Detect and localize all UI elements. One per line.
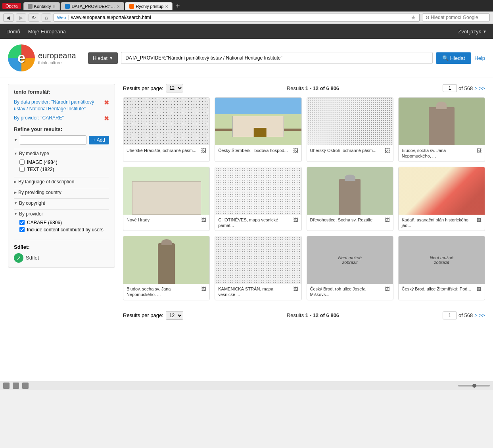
include-users-label: Include content contributed by users <box>27 227 104 233</box>
filter-link-2[interactable]: By provider: "CARARE" <box>14 115 102 121</box>
result-card-7[interactable]: Dřevohostice, Socha sv. Rozálie. 🖼 <box>307 167 393 231</box>
home-button[interactable]: ⌂ <box>42 13 51 22</box>
language-desc-label: By language of description <box>18 179 74 185</box>
result-card-12[interactable]: Není možnézobrazit Český Brod, ulice Žit… <box>398 236 485 300</box>
checkbox-image: IMAGE (4984) <box>19 160 109 165</box>
web-label: Web <box>57 15 69 20</box>
result-card-4[interactable]: Bludov, socha sv. Jana Nepomuckého, ... … <box>398 97 485 162</box>
results-range: 1 - 12 of 6 806 <box>305 85 339 91</box>
country-label: By providing country <box>18 190 61 195</box>
text-checkbox[interactable] <box>19 167 25 172</box>
search-type-label: Hledat <box>93 55 108 61</box>
nav-my-europeana[interactable]: Moje Europeana <box>28 29 66 35</box>
media-type-label: By media type <box>19 151 49 156</box>
include-users-checkbox[interactable] <box>19 227 25 232</box>
card-title-1: Uherské Hradiště, ochranné pásm... <box>127 148 200 153</box>
remove-filter-2-icon[interactable]: ✖ <box>104 115 109 122</box>
card-footer-5: Nové Hrady 🖼 <box>123 215 209 225</box>
remove-filter-1-icon[interactable]: ✖ <box>104 99 109 106</box>
card-title-5: Nové Hrady <box>127 217 200 223</box>
status-icon-1 <box>3 383 10 389</box>
tab-label-1: Kontakty <box>34 4 51 9</box>
tab-favicon-1 <box>28 4 33 9</box>
image-label: IMAGE (4984) <box>27 160 58 165</box>
by-provider-header[interactable]: ▼ By provider <box>14 209 109 218</box>
last-page-bottom[interactable]: >> <box>479 312 485 318</box>
help-link[interactable]: Help <box>474 55 485 61</box>
add-keywords-arrow-icon: ▼ <box>14 138 17 142</box>
by-media-type-header[interactable]: ▼ By media type <box>14 149 109 158</box>
of-label-top: of 568 <box>458 85 473 91</box>
tab-bar: Kontakty ✕ DATA_PROVIDER:"Nár... ✕ Rychl… <box>23 2 182 10</box>
share-title: Sdílet: <box>14 244 109 250</box>
card-image-5 <box>123 167 209 215</box>
address-bar-container: Web ★ <box>54 13 420 22</box>
add-tab-button[interactable]: + <box>173 2 182 10</box>
by-country-header[interactable]: ▶ By providing country <box>14 188 109 197</box>
share-icon: ↗ <box>14 253 23 263</box>
google-search-input[interactable] <box>431 15 486 20</box>
filter-item-1: By data provider: "Národní památkový úst… <box>14 99 109 112</box>
card-footer-2: Český Šternberk - budova hospod... 🖼 <box>215 145 301 156</box>
copyright-label: By copyright <box>19 200 45 206</box>
per-page-select[interactable]: 12 24 48 <box>166 84 183 92</box>
forward-button[interactable]: ▶ <box>16 13 26 22</box>
zoom-slider[interactable] <box>458 385 490 386</box>
card-type-icon-5: 🖼 <box>201 217 206 223</box>
card-footer-1: Uherské Hradiště, ochranné pásm... 🖼 <box>123 145 209 156</box>
result-card-5[interactable]: Nové Hrady 🖼 <box>123 167 210 231</box>
tab-label-2: DATA_PROVIDER:"Nár... <box>71 4 115 9</box>
reload-button[interactable]: ↻ <box>29 13 39 22</box>
google-search-wrap: G <box>422 13 490 21</box>
add-keywords-input[interactable] <box>20 135 86 145</box>
tab-kontakty[interactable]: Kontakty ✕ <box>23 2 60 10</box>
result-card-3[interactable]: Uherský Ostroh, ochranné pásm... 🖼 <box>307 97 393 162</box>
filter-link-1[interactable]: By data provider: "Národní památkový úst… <box>14 99 102 112</box>
status-icons-left <box>3 383 29 389</box>
card-title-3: Uherský Ostroh, ochranné pásm... <box>310 148 383 153</box>
result-card-11[interactable]: Není možnézobrazit Český Brod, roh ulice… <box>307 236 393 300</box>
per-page-select-bottom[interactable]: 12 24 48 <box>166 311 183 320</box>
card-image-11: Není možnézobrazit <box>307 236 393 284</box>
result-card-8[interactable]: Kadaň, asanační plán historického jád...… <box>398 167 485 231</box>
search-type-dropdown[interactable]: Hledat ▼ <box>88 52 118 64</box>
add-keywords-button[interactable]: + Add <box>89 136 109 144</box>
back-button[interactable]: ◀ <box>3 13 13 22</box>
by-copyright-header[interactable]: ▼ By copyright <box>14 198 109 208</box>
tab-rychly-pristup[interactable]: Rychlý přístup ✕ <box>125 2 173 10</box>
result-card-6[interactable]: CHOTINÉVES, mapa vesnické památ... 🖼 <box>215 167 301 231</box>
pagination-top: of 568 > >> <box>443 84 485 92</box>
card-image-12: Není možnézobrazit <box>399 236 485 284</box>
tab-dataprovider[interactable]: DATA_PROVIDER:"Nár... ✕ <box>61 2 124 10</box>
image-checkbox[interactable] <box>19 160 25 165</box>
search-input[interactable] <box>121 52 433 64</box>
next-page-bottom[interactable]: > <box>474 312 478 318</box>
next-page-top[interactable]: > <box>474 85 478 91</box>
per-page-bottom-wrap: Results per page: 12 24 48 <box>123 311 183 320</box>
tab-close-1[interactable]: ✕ <box>52 4 56 9</box>
country-arrow-icon: ▶ <box>14 190 17 194</box>
share-btn[interactable]: ↗ Sdílet <box>14 253 109 263</box>
result-card-9[interactable]: Bludov, socha sv. Jana Nepomuckého. ... … <box>123 236 210 300</box>
result-card-10[interactable]: KAMENICKÁ STRÁŇ, mapa vesnické ... 🖼 <box>215 236 301 300</box>
language-selector[interactable]: Zvol jazyk ▼ <box>458 29 487 35</box>
result-card-2[interactable]: Český Šternberk - budova hospod... 🖼 <box>215 97 301 162</box>
logo-text-wrap: europeana think culture <box>38 51 76 65</box>
google-icon: G <box>426 15 429 20</box>
nav-home[interactable]: Domů <box>6 29 20 35</box>
page-number-input-bottom[interactable] <box>443 311 457 319</box>
last-page-top[interactable]: >> <box>479 85 485 91</box>
card-title-7: Dřevohostice, Socha sv. Rozálie. <box>310 217 383 223</box>
bookmark-icon[interactable]: ★ <box>411 14 416 21</box>
search-button[interactable]: 🔍 Hledat <box>436 52 472 64</box>
address-input[interactable] <box>71 15 409 20</box>
by-provider-section: ▼ By provider CARARE (6806) Include cont… <box>14 209 109 236</box>
tab-close-2[interactable]: ✕ <box>117 4 120 9</box>
sidebar-filters-box: tento formulář: By data provider: "Národ… <box>8 84 115 268</box>
carare-checkbox[interactable] <box>19 220 25 225</box>
page-number-input-top[interactable] <box>443 84 457 92</box>
result-card-1[interactable]: Uherské Hradiště, ochranné pásm... 🖼 <box>123 97 210 162</box>
tab-close-3[interactable]: ✕ <box>165 4 168 9</box>
by-language-header[interactable]: ▶ By language of description <box>14 177 109 186</box>
opera-button[interactable]: Opera <box>2 3 21 9</box>
